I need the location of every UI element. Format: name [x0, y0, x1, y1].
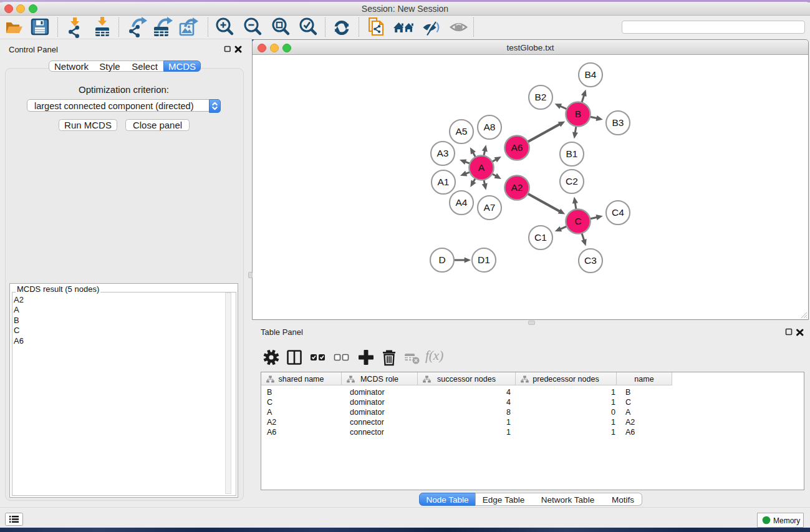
svg-text:B: B [575, 109, 581, 119]
svg-text:A1: A1 [438, 177, 450, 187]
svg-text:A2: A2 [511, 182, 523, 193]
svg-text:B2: B2 [535, 92, 547, 102]
svg-text:D1: D1 [478, 254, 490, 265]
svg-text:C4: C4 [612, 207, 624, 218]
svg-text:A4: A4 [456, 197, 468, 208]
svg-text:A: A [478, 162, 485, 173]
svg-text:D: D [438, 254, 445, 265]
svg-text:C2: C2 [566, 176, 578, 186]
svg-text:A8: A8 [484, 122, 496, 132]
svg-text:A6: A6 [511, 142, 523, 153]
svg-text:A5: A5 [456, 126, 468, 137]
svg-text:A7: A7 [484, 202, 496, 213]
svg-text:C3: C3 [584, 255, 597, 266]
svg-text:C1: C1 [534, 232, 547, 243]
svg-text:C: C [574, 216, 581, 226]
svg-text:A3: A3 [437, 148, 449, 158]
svg-text:B4: B4 [585, 69, 597, 80]
svg-text:B1: B1 [566, 148, 578, 159]
svg-text:B3: B3 [612, 117, 624, 128]
svg-text:Memory: Memory [773, 516, 800, 525]
